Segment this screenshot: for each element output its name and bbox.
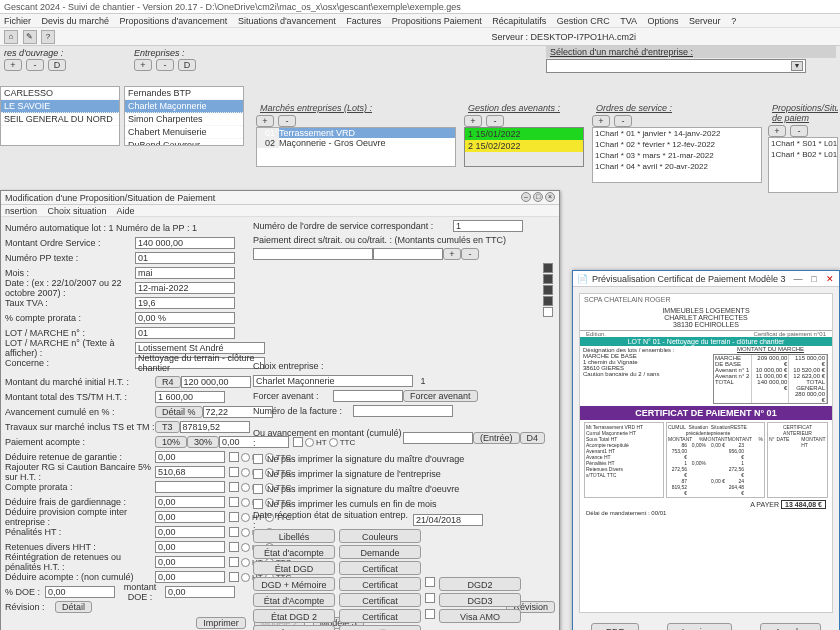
preview-titlebar[interactable]: 📄 Prévisualisation Certificat de Paiemen… xyxy=(573,271,839,287)
ouvrage-del-button[interactable]: - xyxy=(26,59,44,71)
grid-checkbox[interactable] xyxy=(425,593,435,603)
date-recept-input[interactable]: 21/04/2018 xyxy=(413,514,483,526)
menu-propositions[interactable]: Propositions d'avancement xyxy=(120,16,228,26)
inline-button[interactable]: Détail % xyxy=(155,406,203,418)
paiement-input-2[interactable] xyxy=(373,248,443,260)
field-input[interactable]: 01 xyxy=(135,327,235,339)
list-item[interactable]: Charlet Maçonnerie xyxy=(125,100,243,113)
field-input[interactable]: 12-mai-2022 xyxy=(135,282,235,294)
grid-checkbox[interactable] xyxy=(425,577,435,587)
menu-crc[interactable]: Gestion CRC xyxy=(557,16,610,26)
inline-button[interactable]: T3 xyxy=(155,421,180,433)
row-check[interactable] xyxy=(229,512,239,522)
ou-input[interactable] xyxy=(403,432,473,444)
field-input[interactable]: 0,00 xyxy=(155,571,225,583)
d4-button[interactable]: D4 xyxy=(520,432,546,444)
propositions-list[interactable]: 1Charl * S01 * L01 * mai * 12-m 1Charl *… xyxy=(768,137,838,193)
check-1[interactable] xyxy=(543,263,553,273)
inline-button[interactable]: 10% xyxy=(155,436,187,448)
row-check[interactable] xyxy=(229,467,239,477)
entree-button[interactable]: (Entrée) xyxy=(473,432,520,444)
print-checkbox[interactable] xyxy=(253,499,263,509)
field-input[interactable]: 1 600,00 xyxy=(155,391,225,403)
lots-add[interactable]: + xyxy=(256,115,274,127)
ent-d-button[interactable]: D xyxy=(178,59,196,71)
pv-max-icon[interactable]: □ xyxy=(809,274,819,284)
check-4[interactable] xyxy=(543,296,553,306)
ordres-list[interactable]: 1Charl * 01 * janvier * 14-janv-2022 1Ch… xyxy=(592,127,762,183)
av-add[interactable]: + xyxy=(464,115,482,127)
list-item[interactable]: Chabert Menuiserie xyxy=(125,126,243,139)
list-item[interactable]: Fernandes BTP xyxy=(125,87,243,100)
field-input[interactable]: 0,00 xyxy=(155,511,225,523)
row-check[interactable] xyxy=(229,542,239,552)
list-item[interactable]: 1Charl * B02 * L01 * juillet * 23-j xyxy=(769,149,837,160)
grid-button[interactable]: Certificat Paiement 5 xyxy=(339,625,421,630)
list-item[interactable]: Simon Charpentes xyxy=(125,113,243,126)
ht-radio[interactable] xyxy=(241,498,250,507)
table-row[interactable]: 02Maçonnerie - Gros Oeuvre xyxy=(257,138,455,148)
paiement-add[interactable]: + xyxy=(443,248,461,260)
field-input[interactable]: 0,00 xyxy=(155,556,225,568)
list-item[interactable]: SEIL GENERAL DU NORD xyxy=(1,113,119,126)
row-check[interactable] xyxy=(229,557,239,567)
max-icon[interactable]: □ xyxy=(533,192,543,202)
lots-del[interactable]: - xyxy=(278,115,296,127)
menu-situations[interactable]: Situations d'avancement xyxy=(238,16,336,26)
ouvrage-d-button[interactable]: D xyxy=(48,59,66,71)
prop-add[interactable]: + xyxy=(768,125,786,137)
grid-button[interactable]: État DGD 2 xyxy=(253,609,335,623)
market-select-dropdown[interactable]: ▼ xyxy=(546,59,806,73)
doe-montant-input[interactable]: 0,00 xyxy=(165,586,235,598)
ouvrage-list[interactable]: CARLESSO LE SAVOIE SEIL GENERAL DU NORD xyxy=(0,86,120,146)
tool-icon-2[interactable]: ✎ xyxy=(23,30,37,44)
paiement-input-1[interactable] xyxy=(253,248,373,260)
grid-button[interactable]: Couleurs bandeaux xyxy=(339,529,421,543)
avenants-list[interactable]: 1 15/01/2022 2 15/02/2022 xyxy=(464,127,584,167)
ent-add-button[interactable]: + xyxy=(134,59,152,71)
pv-imprimer-button[interactable]: Imprimer xyxy=(667,623,733,630)
inline-button[interactable]: R4 xyxy=(155,376,181,388)
list-item[interactable]: 1Charl * 03 * mars * 21-mar-2022 xyxy=(593,150,761,161)
field-input[interactable]: 120 000,00 xyxy=(181,376,251,388)
grid-button[interactable]: DGD2 xyxy=(439,577,521,591)
list-item[interactable]: 1Charl * 04 * avril * 20-avr-2022 xyxy=(593,161,761,172)
grid-button[interactable]: Certificat Paiement 4 xyxy=(339,609,421,623)
grid-button[interactable]: Libellés xyxy=(253,529,335,543)
av-del[interactable]: - xyxy=(486,115,504,127)
ht-radio[interactable] xyxy=(241,483,250,492)
dlg-menu-aide[interactable]: Aide xyxy=(117,206,135,216)
field-input[interactable]: 19,6 xyxy=(135,297,235,309)
list-item[interactable]: LE SAVOIE xyxy=(1,100,119,113)
dialog-menubar[interactable]: nsertion Choix situation Aide xyxy=(1,205,559,217)
facture-input[interactable] xyxy=(353,405,453,417)
check-2[interactable] xyxy=(543,274,553,284)
dropdown-arrow-icon[interactable]: ▼ xyxy=(791,61,803,71)
grid-button[interactable]: Décompte général xyxy=(253,625,335,630)
menu-prop-paiement[interactable]: Propositions Paiement xyxy=(392,16,482,26)
list-item[interactable]: 1 15/01/2022 xyxy=(465,128,583,140)
tool-icon-3[interactable]: ? xyxy=(41,30,55,44)
ht-radio[interactable] xyxy=(241,453,250,462)
field-input[interactable]: 0,00 xyxy=(155,451,225,463)
ht-radio[interactable] xyxy=(241,528,250,537)
ht-radio[interactable] xyxy=(241,543,250,552)
ord-del[interactable]: - xyxy=(614,115,632,127)
print-checkbox[interactable] xyxy=(253,469,263,479)
inline-button[interactable]: 30% xyxy=(187,436,219,448)
menu-devis[interactable]: Devis du marché xyxy=(42,16,110,26)
list-item[interactable]: 2 15/02/2022 xyxy=(465,140,583,152)
grid-button[interactable]: État DGD xyxy=(253,561,335,575)
print-checkbox[interactable] xyxy=(253,454,263,464)
close-icon[interactable]: × xyxy=(545,192,555,202)
list-item[interactable]: 1Charl * 02 * février * 12-fév-2022 xyxy=(593,139,761,150)
print-checkbox[interactable] xyxy=(253,484,263,494)
pv-close-icon[interactable]: ✕ xyxy=(825,274,835,284)
grid-button[interactable]: État d'Acompte 2 xyxy=(253,593,335,607)
row-check[interactable] xyxy=(229,572,239,582)
prop-del[interactable]: - xyxy=(790,125,808,137)
check-3[interactable] xyxy=(543,285,553,295)
menu-fichier[interactable]: Fichier xyxy=(4,16,31,26)
list-item[interactable]: 1Charl * 01 * janvier * 14-janv-2022 xyxy=(593,128,761,139)
pdf-button[interactable]: PDF xyxy=(591,623,639,630)
